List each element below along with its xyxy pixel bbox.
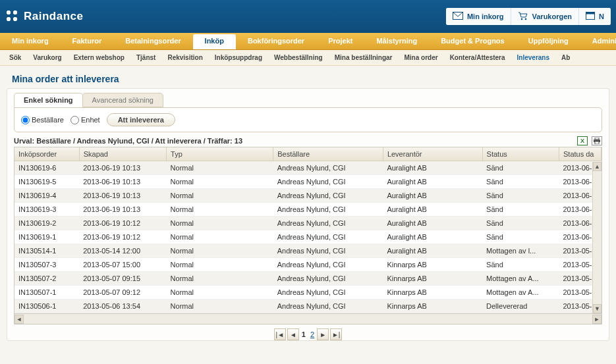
pager-numbers: 1 2 <box>300 330 316 338</box>
order-table: InköpsorderSkapadTypBeställareLeverantör… <box>14 147 602 313</box>
main-nav: Min inkorgFakturorBetalningsorderInköpBo… <box>0 33 616 50</box>
table-cell: 2013-05-14 12:00 <box>79 244 166 258</box>
table-cell: IN130514-1 <box>14 244 79 258</box>
subnav-item-mina-order[interactable]: Mina order <box>405 54 438 61</box>
table-row[interactable]: IN130507-12013-05-07 09:12NormalAndreas … <box>14 286 602 299</box>
table-row[interactable]: IN130506-12013-05-06 13:54NormalAndreas … <box>14 299 602 313</box>
pager-next-button[interactable]: ► <box>317 328 329 340</box>
radio-bestallare-wrap[interactable]: Beställare <box>21 116 64 124</box>
nav-item-betalningsorder[interactable]: Betalningsorder <box>113 33 192 49</box>
radio-bestallare[interactable] <box>21 116 30 124</box>
subnav-item-webbest-llning[interactable]: Webbeställning <box>274 54 323 61</box>
table-row[interactable]: IN130507-32013-05-07 15:00NormalAndreas … <box>14 258 602 272</box>
svg-point-1 <box>520 18 522 20</box>
table-cell: Sänd <box>482 175 559 189</box>
table-row[interactable]: IN130514-12013-05-14 12:00NormalAndreas … <box>14 244 602 258</box>
top-inbox-link[interactable]: Min inkorg <box>446 8 511 25</box>
column-header[interactable]: Typ <box>167 147 273 161</box>
nav-item-ink-p[interactable]: Inköp <box>193 34 236 49</box>
subnav-item-ab[interactable]: Ab <box>561 54 570 61</box>
scroll-track[interactable] <box>24 314 592 324</box>
table-row[interactable]: IN130619-62013-06-19 10:13NormalAndreas … <box>14 161 602 175</box>
radio-enhet[interactable] <box>70 116 79 124</box>
column-header[interactable]: Beställare <box>273 147 383 161</box>
table-cell: Normal <box>167 230 273 244</box>
nav-item-bokf-ringsorder[interactable]: Bokföringsorder <box>236 33 316 49</box>
table-cell: Kinnarps AB <box>383 299 482 313</box>
table-cell: Andreas Nylund, CGI <box>273 161 383 175</box>
tab-advanced-search[interactable]: Avancerad sökning <box>82 93 163 107</box>
column-header[interactable]: Inköpsorder <box>14 147 79 161</box>
subnav-item-rekvisition[interactable]: Rekvisition <box>167 54 202 61</box>
nav-item-min-inkorg[interactable]: Min inkorg <box>0 33 61 49</box>
table-cell: Sänd <box>482 161 559 175</box>
nav-item-uppf-ljning[interactable]: Uppföljning <box>517 33 580 49</box>
table-cell: Mottagen av A... <box>482 272 559 286</box>
table-cell: Andreas Nylund, CGI <box>273 230 383 244</box>
result-header: Urval: Beställare / Andreas Nylund, CGI … <box>14 136 602 145</box>
pager-page-1: 1 <box>300 330 307 338</box>
table-row[interactable]: IN130619-52013-06-19 10:13NormalAndreas … <box>14 175 602 189</box>
subnav-item-s-k[interactable]: Sök <box>9 54 21 61</box>
subnav-item-tj-nst[interactable]: Tjänst <box>136 54 155 61</box>
pager-last-button[interactable]: ►| <box>330 328 342 340</box>
nav-item-projekt[interactable]: Projekt <box>316 33 364 49</box>
subnav-item-mina-best-llningar[interactable]: Mina beställningar <box>335 54 393 61</box>
table-row[interactable]: IN130619-32013-06-19 10:13NormalAndreas … <box>14 203 602 217</box>
table-cell: Kinnarps AB <box>383 272 482 286</box>
scroll-right-icon[interactable]: ► <box>592 315 602 324</box>
table-cell: IN130619-6 <box>14 161 79 175</box>
nav-item-fakturor[interactable]: Fakturor <box>61 33 114 49</box>
subnav-item-inleverans[interactable]: Inleverans <box>517 54 549 61</box>
table-row[interactable]: IN130619-12013-06-19 10:12NormalAndreas … <box>14 230 602 244</box>
table-cell: Auralight AB <box>383 230 482 244</box>
table-cell: IN130619-1 <box>14 230 79 244</box>
scroll-up-icon[interactable]: ▲ <box>593 162 602 171</box>
nav-item-m-lstyrning[interactable]: Målstyrning <box>364 33 429 49</box>
pager-first-button[interactable]: |◄ <box>274 328 286 340</box>
table-cell: 2013-06-19 10:13 <box>79 189 166 203</box>
table-cell: Kinnarps AB <box>383 286 482 299</box>
svg-point-2 <box>524 18 526 20</box>
att-inleverera-button[interactable]: Att inleverera <box>107 113 175 126</box>
column-header[interactable]: Status da <box>559 147 602 161</box>
top-extra-link[interactable]: N <box>578 8 611 25</box>
pager-page-2[interactable]: 2 <box>309 330 316 338</box>
radio-enhet-wrap[interactable]: Enhet <box>70 116 100 124</box>
subnav-item-kontera-attestera[interactable]: Kontera/Attestera <box>450 54 505 61</box>
print-icon[interactable] <box>592 136 602 145</box>
table-cell: Normal <box>167 299 273 313</box>
result-tools: X <box>577 136 602 145</box>
nav-item-budget-prognos[interactable]: Budget & Prognos <box>429 33 517 49</box>
nav-item-adminis[interactable]: Adminis <box>580 33 616 49</box>
table-row[interactable]: IN130507-22013-05-07 09:15NormalAndreas … <box>14 272 602 286</box>
radio-bestallare-label: Beställare <box>32 116 64 124</box>
table-cell: 2013-05-07 15:00 <box>79 258 166 272</box>
table-cell: Normal <box>167 189 273 203</box>
table-cell: Normal <box>167 175 273 189</box>
table-row[interactable]: IN130619-22013-06-19 10:12NormalAndreas … <box>14 217 602 230</box>
subnav-item-ink-psuppdrag[interactable]: Inköpsuppdrag <box>215 54 262 61</box>
top-cart-link[interactable]: Varukorgen <box>511 8 579 25</box>
radio-enhet-label: Enhet <box>81 116 100 124</box>
column-header[interactable]: Skapad <box>79 147 166 161</box>
top-cart-label: Varukorgen <box>532 13 573 20</box>
subnav-item-varukorg[interactable]: Varukorg <box>33 54 61 61</box>
column-header[interactable]: Status <box>482 147 559 161</box>
tab-simple-search[interactable]: Enkel sökning <box>14 93 83 107</box>
column-header[interactable]: Leverantör <box>383 147 482 161</box>
pager-prev-button[interactable]: ◄ <box>287 328 299 340</box>
horizontal-scrollbar[interactable]: ◄ ► <box>14 314 602 325</box>
table-cell: 2013-05-06 13:54 <box>79 299 166 313</box>
scroll-down-icon[interactable]: ▼ <box>593 304 602 313</box>
vertical-scrollbar[interactable]: ▲ ▼ <box>592 162 602 313</box>
subnav-item-extern-webshop[interactable]: Extern webshop <box>74 54 125 61</box>
pager: |◄ ◄ 1 2 ► ►| <box>7 328 609 340</box>
table-cell: 2013-06-19 10:13 <box>79 175 166 189</box>
top-right-links: Min inkorg Varukorgen N <box>446 8 611 25</box>
table-row[interactable]: IN130619-42013-06-19 10:13NormalAndreas … <box>14 189 602 203</box>
excel-export-icon[interactable]: X <box>577 136 588 145</box>
table-cell: 2013-06-19 10:12 <box>79 217 166 230</box>
table-cell: Andreas Nylund, CGI <box>273 175 383 189</box>
scroll-left-icon[interactable]: ◄ <box>14 315 24 324</box>
